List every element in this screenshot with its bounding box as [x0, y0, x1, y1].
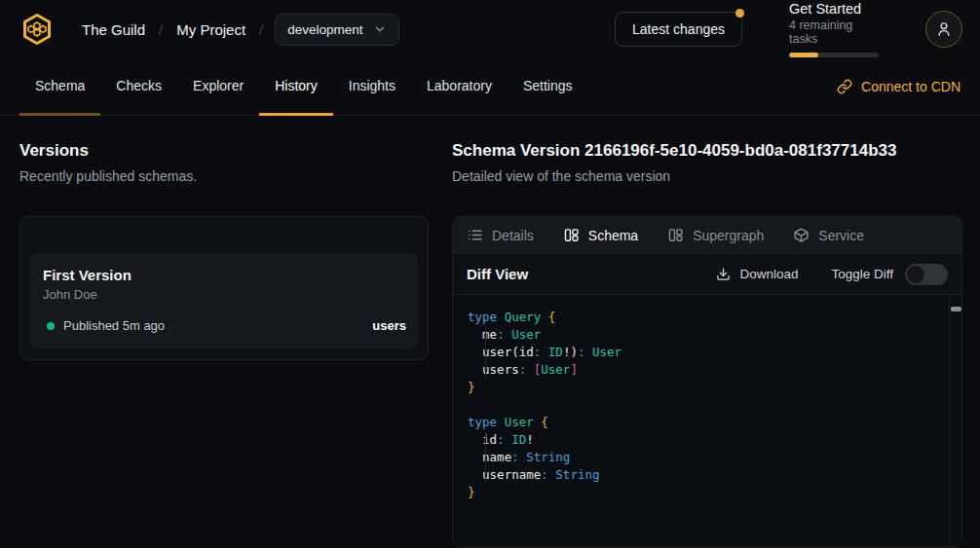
latest-changes-button[interactable]: Latest changes: [615, 12, 742, 47]
version-detail-title: Schema Version 2166196f-5e10-4059-bd0a-0…: [452, 141, 962, 161]
nav-tab-label: Checks: [116, 78, 162, 93]
version-service-badge: users: [372, 318, 406, 333]
header-right-group: Latest changes Get Started 4 remaining t…: [615, 1, 962, 57]
breadcrumb-project[interactable]: My Project: [176, 21, 245, 38]
nav-tab-history[interactable]: History: [259, 58, 333, 116]
code-content: type Query { me: User user(id: ID!): Use…: [453, 295, 961, 515]
version-status: Published 5m ago: [63, 318, 165, 333]
code-token: name: [482, 450, 511, 464]
version-author: John Doe: [43, 287, 406, 302]
breadcrumb-separator: /: [159, 21, 163, 38]
chevron-down-icon: [373, 22, 387, 36]
code-line: me: User: [468, 326, 936, 344]
code-token: :: [511, 450, 519, 464]
code-line: [468, 396, 936, 414]
code-line: name: String: [468, 449, 936, 466]
download-button[interactable]: Download: [716, 267, 798, 281]
target-selector[interactable]: development: [275, 14, 398, 46]
nav-tab-label: History: [275, 78, 318, 93]
get-started-subtitle: 4 remaining tasks: [789, 18, 879, 46]
tab-details[interactable]: Details: [467, 227, 534, 243]
tab-label: Supergraph: [693, 228, 764, 243]
code-token: User: [541, 362, 570, 377]
code-line: username: String: [468, 466, 936, 484]
breadcrumb-org[interactable]: The Guild: [82, 21, 145, 38]
code-token: Query: [505, 310, 548, 324]
code-line: users: [User]: [468, 361, 936, 379]
code-token: User: [511, 327, 541, 342]
version-list-item[interactable]: First Version John Doe Published 5m ago …: [30, 253, 418, 349]
version-detail-panel: Schema Version 2166196f-5e10-4059-bd0a-0…: [452, 141, 962, 547]
versions-subtitle: Recently published schemas.: [19, 168, 429, 184]
code-token: [526, 362, 534, 377]
download-label: Download: [739, 267, 798, 281]
get-started-progressbar: [789, 53, 879, 57]
versions-list-card: First Version John Doe Published 5m ago …: [19, 216, 429, 360]
code-token: users: [482, 362, 519, 377]
nav-tab-laboratory[interactable]: Laboratory: [411, 58, 508, 116]
get-started-progress-fill: [789, 53, 818, 57]
code-token: username: [482, 467, 541, 482]
latest-changes-label: Latest changes: [632, 21, 725, 37]
code-token: user: [482, 345, 511, 359]
nav-tab-label: Schema: [35, 78, 85, 93]
code-token: String: [555, 467, 599, 482]
tab-supergraph[interactable]: Supergraph: [667, 227, 764, 243]
code-line: user(id: ID!): User: [468, 344, 936, 361]
app-header: The Guild / My Project / development Lat…: [0, 0, 980, 58]
code-scrollbar[interactable]: [949, 295, 961, 546]
nav-tab-insights[interactable]: Insights: [333, 58, 411, 116]
code-token: me: [482, 327, 497, 342]
user-avatar[interactable]: [925, 11, 962, 48]
notification-dot: [735, 9, 744, 18]
nav-tab-checks[interactable]: Checks: [100, 58, 177, 116]
version-name: First Version: [43, 267, 406, 283]
code-token: !: [526, 432, 534, 447]
connect-to-cdn-link[interactable]: Connect to CDN: [837, 58, 961, 115]
tab-service[interactable]: Service: [793, 227, 864, 243]
page-content: Versions Recently published schemas. Fir…: [0, 116, 980, 547]
tab-label: Schema: [588, 228, 638, 243]
diff-view-toolbar: Diff View Download Toggle Diff: [453, 254, 961, 295]
toggle-knob: [907, 266, 924, 283]
code-line: }: [468, 379, 936, 396]
columns-icon: [563, 227, 580, 243]
list-icon: [467, 227, 483, 243]
schema-code-viewer: type Query { me: User user(id: ID!): Use…: [453, 295, 961, 546]
hive-logo-icon[interactable]: [19, 12, 55, 47]
scrollbar-thumb[interactable]: [951, 307, 961, 311]
nav-tab-settings[interactable]: Settings: [508, 58, 588, 116]
code-token: id: [482, 432, 497, 447]
nav-tab-label: Laboratory: [427, 78, 492, 93]
link-icon: [837, 79, 852, 94]
nav-tab-explorer[interactable]: Explorer: [177, 58, 259, 116]
code-token: [468, 467, 482, 482]
code-token: ]: [570, 362, 578, 377]
code-token: type: [468, 415, 505, 429]
nav-tab-label: Explorer: [193, 78, 244, 93]
tab-schema[interactable]: Schema: [563, 227, 638, 243]
code-token: User: [505, 415, 542, 429]
detail-tab-bar: Details Schema Sup: [453, 217, 961, 254]
code-token: :: [541, 467, 548, 482]
toggle-diff-switch[interactable]: [905, 264, 948, 285]
nav-tab-schema[interactable]: Schema: [19, 58, 100, 116]
main-nav: Schema Checks Explorer History Insights …: [0, 58, 980, 116]
code-token: (: [511, 345, 519, 359]
nav-tab-label: Insights: [349, 78, 396, 93]
code-line: }: [468, 484, 936, 501]
code-token: {: [548, 310, 556, 324]
get-started-widget[interactable]: Get Started 4 remaining tasks: [789, 1, 879, 57]
code-token: String: [526, 450, 570, 464]
code-token: [541, 345, 548, 359]
versions-title: Versions: [19, 141, 429, 161]
code-token: [468, 362, 482, 377]
get-started-title: Get Started: [789, 1, 879, 17]
code-token: :: [497, 432, 505, 447]
toggle-diff-label: Toggle Diff: [831, 267, 893, 281]
code-token: ): [570, 345, 578, 359]
code-token: ID: [548, 345, 563, 359]
version-detail-subtitle: Detailed view of the schema version: [452, 168, 962, 184]
target-selector-value: development: [287, 22, 362, 37]
code-token: ID: [511, 432, 526, 447]
